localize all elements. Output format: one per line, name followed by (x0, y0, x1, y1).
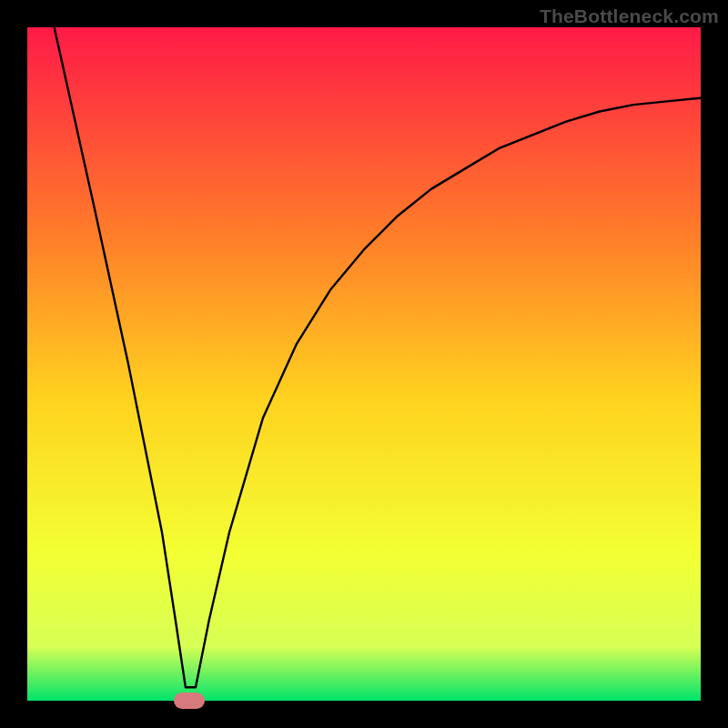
chart-frame: TheBottleneck.com (0, 0, 728, 728)
minimum-marker (174, 693, 205, 709)
watermark-text: TheBottleneck.com (540, 5, 719, 27)
plot-area (27, 27, 701, 701)
chart-svg (27, 27, 701, 701)
